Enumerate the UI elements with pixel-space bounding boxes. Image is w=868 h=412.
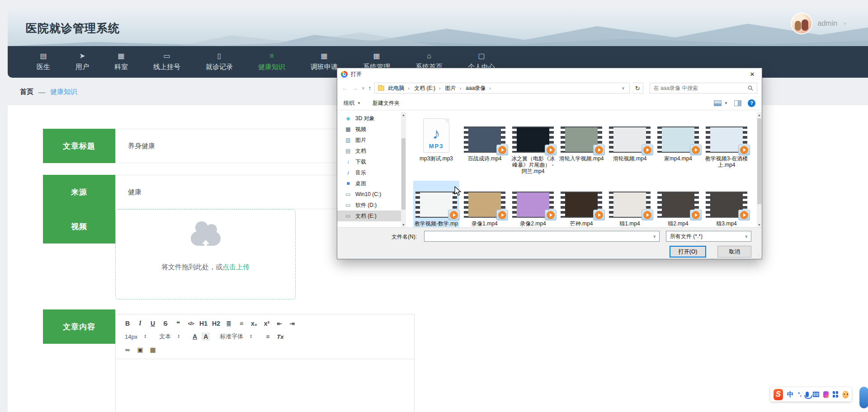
segment-label[interactable]: aaa录像 [464, 84, 487, 93]
scroll-up-icon[interactable]: ▲ [757, 112, 762, 117]
font-size-select[interactable]: 14px ▲▼ [122, 333, 149, 340]
breadcrumb-segment[interactable]: 文档 (E:) › [412, 84, 442, 93]
chevron-right-icon[interactable]: › [437, 85, 443, 91]
address-dropdown-icon[interactable]: ∨ [619, 86, 627, 90]
editor-format-button[interactable]: ≡ [236, 319, 247, 328]
chevron-right-icon[interactable]: › [406, 85, 412, 91]
scrollbar-thumb[interactable] [401, 138, 406, 210]
language-mode-icon[interactable]: 中 [787, 390, 794, 399]
view-mode-button[interactable]: ▼ [714, 100, 728, 106]
nav-item[interactable]: ▤ 医生 [24, 46, 63, 78]
chevron-right-icon[interactable]: › [458, 85, 463, 91]
video-upload-dropzone[interactable]: 将文件拖到此处，或点击上传 [115, 209, 296, 300]
editor-insert-button[interactable]: ▦ [147, 345, 158, 354]
microphone-icon[interactable] [806, 392, 809, 397]
sidebar-item[interactable]: ▭ 软件 (D:) [337, 200, 401, 211]
editor-format-button[interactable]: B [122, 319, 133, 328]
filename-input[interactable]: ∨ [424, 231, 660, 242]
editor-format-button[interactable]: U [147, 319, 158, 328]
nav-item[interactable]: ▯ 就诊记录 [193, 46, 245, 78]
breadcrumb-segment[interactable]: 图片 › [443, 84, 463, 93]
highlight-color-button[interactable]: A [202, 332, 210, 341]
up-icon[interactable]: ↑ [368, 84, 372, 92]
chevron-right-icon[interactable]: › [487, 85, 493, 91]
preview-pane-icon[interactable] [734, 100, 741, 106]
sidebar-item[interactable]: ♪ 音乐 [337, 167, 401, 178]
help-icon[interactable]: ? [748, 99, 755, 107]
file-item[interactable]: ♪ MP3 百战成诗.mp4 [462, 116, 508, 176]
clear-format-button[interactable]: Tx [275, 333, 285, 340]
editor-content-area[interactable] [116, 359, 414, 412]
segment-label[interactable]: 图片 [443, 84, 458, 93]
upload-click-link[interactable]: 点击上传 [222, 263, 250, 271]
editor-format-button[interactable]: </> [185, 319, 196, 328]
nav-item[interactable]: ➤ 用户 [63, 46, 102, 78]
address-bar[interactable]: 此电脑 › 文档 (E:) › 图片 › aaa录像 › ∨ [374, 83, 630, 94]
breadcrumb-segment[interactable]: 此电脑 › [387, 84, 412, 93]
file-item[interactable]: ♪ MP3 冰之翼（电影《冰峰暴》片尾曲） - 阿兰.mp4 [510, 116, 556, 176]
search-input[interactable]: 在 aaa录像 中搜索 [650, 83, 757, 94]
sidebar-item[interactable]: ▤ 文档 [337, 145, 401, 156]
file-item[interactable]: ♪ MP3 录像2.mp4 [510, 181, 556, 227]
scroll-up-icon[interactable]: ▲ [401, 112, 406, 117]
editor-format-button[interactable]: ⇥ [287, 319, 297, 328]
sidebar-item[interactable]: ■ 桌面 [337, 178, 401, 189]
sidebar-item[interactable]: ▨ 图片 [337, 135, 401, 145]
sidebar-item[interactable]: ▭ Win10 (C:) [337, 189, 401, 200]
nav-item[interactable]: ≡ 健康知识 [245, 46, 298, 78]
organize-button[interactable]: 组织 ▼ [344, 99, 361, 107]
files-scrollbar[interactable]: ▲ ▼ [757, 112, 762, 227]
history-dropdown-icon[interactable]: ∨ [362, 86, 365, 90]
font-family-select[interactable]: 标准字体 ▲▼ [217, 332, 255, 341]
filetype-select[interactable]: 所有文件 (*.*) ∨ [666, 231, 751, 242]
editor-format-button[interactable]: ⇤ [274, 319, 285, 328]
editor-format-button[interactable]: ❝ [173, 319, 184, 328]
cancel-button[interactable]: 取消 [717, 246, 751, 258]
editor-format-button[interactable]: S [160, 319, 171, 328]
file-item[interactable]: ♪ MP3 滑轮视频.mp4 [607, 116, 653, 176]
editor-format-button[interactable]: H2 [211, 319, 222, 328]
new-folder-button[interactable]: 新建文件夹 [373, 99, 400, 107]
file-item[interactable]: ♪ MP3 录像1.mp4 [462, 181, 508, 227]
segment-label[interactable]: 此电脑 [387, 84, 406, 93]
file-item[interactable]: ♪ MP3 芒种.mp4 [558, 181, 604, 227]
nav-item[interactable]: ▦ 科室 [102, 46, 141, 78]
breadcrumb-segment[interactable]: aaa录像 › [464, 84, 493, 93]
segment-label[interactable]: 文档 (E:) [412, 84, 437, 93]
chevron-down-icon[interactable]: ▼ [843, 21, 847, 26]
sidebar-item[interactable]: ◈ 3D 对象 [337, 113, 401, 124]
editor-format-button[interactable]: H1 [198, 319, 209, 328]
file-item[interactable]: ♪ MP3 猫1.mp4 [607, 181, 653, 227]
toolbox-grid-icon[interactable] [833, 391, 838, 398]
close-icon[interactable]: ✕ [743, 68, 762, 80]
edge-widget[interactable] [859, 387, 868, 408]
scrollbar-thumb[interactable] [757, 118, 761, 204]
resize-grip[interactable]: ⋱ [757, 253, 761, 258]
sidebar-item[interactable]: ↓ 下载 [337, 156, 401, 167]
punctuation-icon[interactable]: °, [798, 391, 802, 398]
text-color-button[interactable]: A [190, 333, 200, 340]
editor-format-button[interactable]: I [135, 319, 146, 328]
editor-format-button[interactable]: x² [261, 319, 272, 328]
editor-insert-button[interactable]: ▣ [135, 345, 146, 354]
scroll-down-icon[interactable]: ▼ [401, 222, 406, 227]
file-item[interactable]: ♪ MP3 滑轮入学视频.mp4 [558, 116, 604, 176]
skin-icon[interactable] [823, 391, 829, 398]
open-button[interactable]: 打开(O) [670, 246, 706, 258]
paragraph-select[interactable]: 文本 ▲▼ [156, 332, 183, 341]
align-button[interactable]: ≡ [262, 332, 273, 341]
sidebar-item[interactable]: ▭ 文档 (E:) [337, 211, 401, 221]
avatar[interactable] [791, 13, 812, 34]
file-item[interactable]: ♪ MP3 家mp4.mp4 [655, 116, 701, 176]
keyboard-icon[interactable] [813, 392, 819, 397]
file-item[interactable]: ♪ MP3 猫3.mp4 [703, 181, 750, 227]
editor-format-button[interactable]: x₂ [249, 319, 259, 328]
emoji-icon[interactable] [842, 391, 849, 398]
file-item[interactable]: ♪ MP3 猫2.mp4 [655, 181, 701, 227]
user-menu[interactable]: admin ▼ [791, 13, 847, 34]
scroll-down-icon[interactable]: ▼ [757, 222, 762, 227]
sidebar-scrollbar[interactable]: ▲ ▼ [401, 112, 406, 227]
breadcrumb-home[interactable]: 首页 [20, 88, 33, 96]
breadcrumb-current[interactable]: 健康知识 [50, 88, 77, 96]
back-icon[interactable]: ← [342, 84, 348, 92]
